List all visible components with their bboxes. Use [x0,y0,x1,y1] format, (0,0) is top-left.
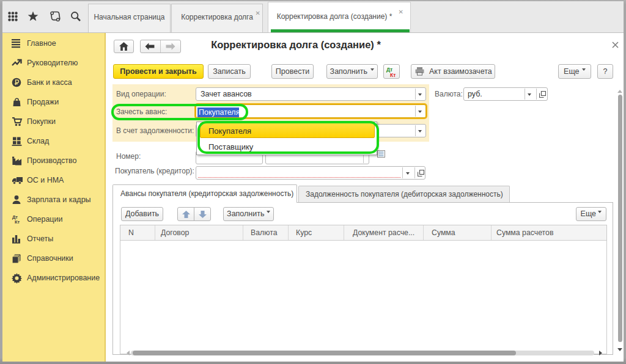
svg-text:Кт: Кт [390,72,396,78]
svg-text:Кт: Кт [15,219,20,224]
